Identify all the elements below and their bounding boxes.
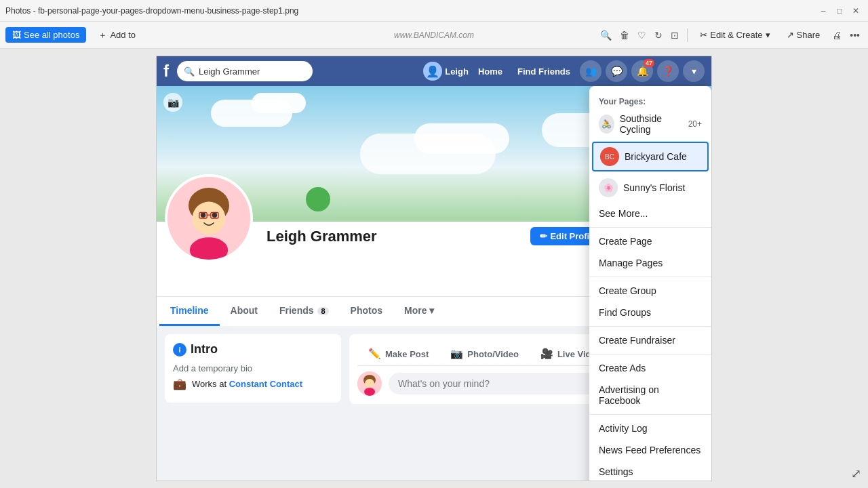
tab-friends[interactable]: Friends 8 <box>269 297 340 326</box>
svg-point-3 <box>201 213 206 218</box>
pencil-tab-icon: ✏️ <box>368 348 381 360</box>
toolbar: 🖼 See all photos ＋ Add to www.BANDICAM.c… <box>0 22 868 49</box>
create-manage-section: Create Page Manage Pages <box>589 228 711 277</box>
create-ads-item[interactable]: Create Ads <box>589 357 711 379</box>
photo-video-tab[interactable]: 📷 Photo/Video <box>439 342 530 365</box>
manage-pages-item[interactable]: Manage Pages <box>589 252 711 274</box>
your-pages-section: Your Pages: 🚴 Southside Cycling 20+ BC B… <box>589 92 711 228</box>
see-more-pages-link[interactable]: See More... <box>589 203 711 224</box>
share-icon: ↗ <box>787 30 794 40</box>
rotate-icon[interactable]: ↻ <box>652 27 665 43</box>
groups-section: Create Group Find Groups <box>589 277 711 327</box>
facebook-navbar: f 🔍 👤 Leigh Home Find Friends 👥 💬 🔔 47 ❓ <box>157 56 711 86</box>
more-options-icon[interactable]: ••• <box>847 27 863 43</box>
friends-icon[interactable]: 👥 <box>580 60 601 82</box>
news-feed-prefs-item[interactable]: News Feed Preferences <box>589 439 711 461</box>
zoom-in-icon[interactable]: 🔍 <box>597 27 614 43</box>
make-post-tab[interactable]: ✏️ Make Post <box>357 342 439 365</box>
nav-avatar: 👤 <box>423 62 442 81</box>
intro-title: i Intro <box>173 342 333 357</box>
cloud-2 <box>252 93 306 113</box>
edit-create-button[interactable]: ✂ Edit & Create ▾ <box>693 27 776 43</box>
tab-about[interactable]: About <box>220 297 269 326</box>
print-icon[interactable]: 🖨 <box>829 27 844 43</box>
window-bar: Photos - fb-personal-page-your-pages-dro… <box>0 0 868 22</box>
camera-tab-icon: 📷 <box>450 348 463 360</box>
facebook-ui: f 🔍 👤 Leigh Home Find Friends 👥 💬 🔔 47 ❓ <box>156 56 712 481</box>
page-sunnys-florist[interactable]: 🌸 Sunny's Florist <box>589 173 711 203</box>
southside-cycling-icon: 🚴 <box>599 115 614 134</box>
profile-name: Leigh Grammer <box>267 228 377 245</box>
see-all-photos-button[interactable]: 🖼 See all photos <box>5 27 86 43</box>
page-southside-cycling[interactable]: 🚴 Southside Cycling 20+ <box>589 108 711 140</box>
add-bio-link[interactable]: Add a temporary bio <box>173 363 333 373</box>
maximize-button[interactable]: □ <box>833 4 846 18</box>
search-input[interactable] <box>199 66 313 77</box>
home-link[interactable]: Home <box>473 66 508 77</box>
sidebar: i Intro Add a temporary bio 💼 Works at C… <box>165 334 341 409</box>
notifications-icon[interactable]: 🔔 47 <box>631 60 653 82</box>
video-tab-icon: 🎥 <box>540 348 553 360</box>
create-fundraiser-item[interactable]: Create Fundraiser <box>589 329 711 351</box>
your-pages-label: Your Pages: <box>589 94 711 108</box>
avatar-svg <box>167 177 250 260</box>
pages-dropdown: Your Pages: 🚴 Southside Cycling 20+ BC B… <box>589 86 711 481</box>
find-groups-item[interactable]: Find Groups <box>589 302 711 323</box>
brickyard-cafe-icon: BC <box>600 147 619 166</box>
nav-right: 👤 Leigh Home Find Friends 👥 💬 🔔 47 ❓ ▾ <box>423 60 705 82</box>
svg-point-12 <box>364 388 375 396</box>
account-menu-icon[interactable]: ▾ <box>683 60 705 82</box>
fundraiser-section: Create Fundraiser <box>589 327 711 354</box>
watermark: www.BANDICAM.com <box>394 30 474 40</box>
add-to-button[interactable]: ＋ Add to <box>92 26 142 44</box>
plus-icon: ＋ <box>98 29 107 41</box>
settings-item[interactable]: Settings <box>589 461 711 481</box>
separator <box>687 28 688 42</box>
chevron-down-icon: ▾ <box>766 30 770 40</box>
profile-picture[interactable] <box>165 174 253 262</box>
edit-icon: ✂ <box>700 30 707 40</box>
tab-photos[interactable]: Photos <box>340 297 393 326</box>
cloud-6 <box>414 123 509 154</box>
tab-more[interactable]: More ▾ <box>393 297 445 326</box>
sunnys-florist-icon: 🌸 <box>599 178 618 197</box>
page-brickyard-cafe[interactable]: BC Brickyard Cafe <box>592 142 709 171</box>
green-circle <box>306 187 330 211</box>
photos-icon: 🖼 <box>12 30 21 40</box>
briefcase-icon: 💼 <box>173 378 186 390</box>
minimize-button[interactable]: – <box>816 4 830 18</box>
create-page-item[interactable]: Create Page <box>589 230 711 252</box>
post-avatar <box>357 371 382 396</box>
svg-point-11 <box>365 379 374 388</box>
share-button[interactable]: ↗ Share <box>780 27 827 43</box>
camera-icon[interactable]: 📷 <box>163 93 182 112</box>
crop-icon[interactable]: ⊡ <box>668 27 682 43</box>
activity-log-item[interactable]: Activity Log <box>589 418 711 439</box>
search-bar[interactable]: 🔍 <box>177 61 313 81</box>
content-area: f 🔍 👤 Leigh Home Find Friends 👥 💬 🔔 47 ❓ <box>0 49 868 488</box>
intro-box: i Intro Add a temporary bio 💼 Works at C… <box>165 334 341 403</box>
search-icon: 🔍 <box>184 66 195 77</box>
chevron-down-icon: ▾ <box>429 305 434 316</box>
post-avatar-svg <box>357 371 382 396</box>
toolbar-right: 🔍 🗑 ♡ ↻ ⊡ ✂ Edit & Create ▾ ↗ Share 🖨 ••… <box>597 27 863 43</box>
favorite-icon[interactable]: ♡ <box>635 27 649 43</box>
advertising-item[interactable]: Advertising on Facebook <box>589 379 711 411</box>
messenger-icon[interactable]: 💬 <box>606 60 627 82</box>
svg-point-2 <box>193 202 226 235</box>
intro-icon: i <box>173 343 186 357</box>
window-title: Photos - fb-personal-page-your-pages-dro… <box>5 6 863 16</box>
help-icon[interactable]: ❓ <box>657 60 679 82</box>
create-group-item[interactable]: Create Group <box>589 280 711 302</box>
facebook-logo: f <box>163 62 169 81</box>
tab-timeline[interactable]: Timeline <box>159 297 220 326</box>
expand-icon[interactable]: ⤢ <box>851 466 861 481</box>
find-friends-link[interactable]: Find Friends <box>512 66 576 77</box>
delete-icon[interactable]: 🗑 <box>617 27 632 43</box>
window-controls: – □ ✕ <box>816 4 863 18</box>
nav-user[interactable]: 👤 Leigh <box>423 62 469 81</box>
ads-section: Create Ads Advertising on Facebook <box>589 354 711 415</box>
close-button[interactable]: ✕ <box>849 4 863 18</box>
works-at-item: 💼 Works at Constant Contact <box>173 378 333 390</box>
svg-point-4 <box>212 213 218 218</box>
